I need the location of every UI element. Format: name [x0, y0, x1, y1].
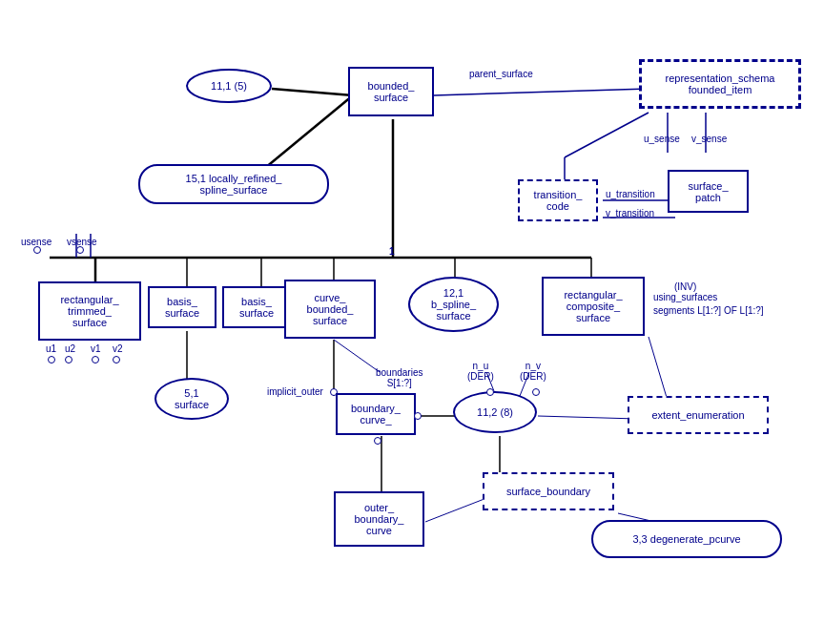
circle-v2 — [113, 356, 120, 364]
label-v1: v1 — [91, 343, 101, 354]
circle-u1 — [48, 356, 55, 364]
node-boundary-curve: boundary_curve_ — [336, 393, 416, 435]
label-u-sense: u_sense — [644, 134, 680, 144]
label-inv-using: (INV)using_surfaces — [653, 281, 717, 302]
node-surface-patch: surface_patch — [668, 170, 749, 213]
node-11-1: 11,1 (5) — [186, 69, 272, 103]
circle-boundary-bottom — [374, 437, 381, 445]
node-basis-surface-1: basis_surface — [148, 286, 216, 328]
svg-line-21 — [334, 340, 380, 372]
node-5-1: 5,1surface — [154, 378, 229, 420]
label-implicit-outer: implicit_outer — [267, 386, 323, 397]
diagram: 11,1 (5) bounded_surface representation_… — [0, 0, 824, 644]
label-one: 1 — [389, 246, 395, 257]
circle-boundary-top — [414, 412, 422, 420]
node-representation-schema: representation_schemafounded_item — [639, 59, 801, 109]
svg-line-24 — [649, 337, 668, 401]
node-extent-enumeration: extent_enumeration — [628, 396, 769, 434]
label-n-u: n_u(DER) — [467, 361, 494, 382]
node-rectangular-composite: rectangular_composite_surface — [542, 277, 645, 336]
node-outer-boundary: outer_boundary_curve — [334, 491, 424, 547]
svg-line-29 — [520, 372, 529, 396]
label-v-sense: v_sense — [691, 134, 727, 144]
node-bounded-surface: bounded_surface — [348, 67, 434, 116]
label-u2: u2 — [65, 343, 75, 354]
svg-line-25 — [538, 416, 637, 419]
label-boundaries: boundariesS[1:?] — [376, 367, 422, 388]
circle-u2 — [65, 356, 72, 364]
node-rectangular-trimmed: rectangular_trimmed_surface — [38, 281, 141, 341]
circle-n-u — [486, 388, 494, 396]
node-12-1: 12,1b_spline_surface — [408, 277, 499, 332]
svg-line-0 — [434, 89, 649, 95]
label-segments: segments L[1:?] OF L[1:?] — [653, 305, 764, 316]
node-11-2: 11,2 (8) — [453, 391, 537, 433]
label-u1: u1 — [46, 343, 56, 354]
node-locally-refined: 15,1 locally_refined_spline_surface — [138, 164, 329, 204]
node-curve-bounded: curve_bounded_surface — [284, 280, 376, 339]
label-v2: v2 — [113, 343, 123, 354]
circle-vsense — [76, 246, 84, 254]
label-u-transition: u_transition — [606, 189, 655, 199]
node-transition-code: transition_code — [518, 179, 598, 221]
node-degenerate-pcurve: 3,3 degenerate_pcurve — [591, 520, 782, 558]
svg-line-16 — [565, 113, 649, 157]
label-v-transition: v_transition — [606, 208, 654, 218]
circle-v1 — [92, 356, 99, 364]
svg-line-1 — [272, 89, 353, 95]
label-vsense: vsense — [67, 237, 97, 247]
circle-n-v — [532, 388, 540, 396]
node-surface-boundary: surface_boundary — [483, 472, 614, 510]
label-parent-surface: parent_surface — [469, 69, 533, 79]
label-n-v: n_v(DER) — [520, 361, 546, 382]
node-basis-surface-2: basis_surface — [222, 286, 291, 328]
circle-usense — [33, 246, 41, 254]
